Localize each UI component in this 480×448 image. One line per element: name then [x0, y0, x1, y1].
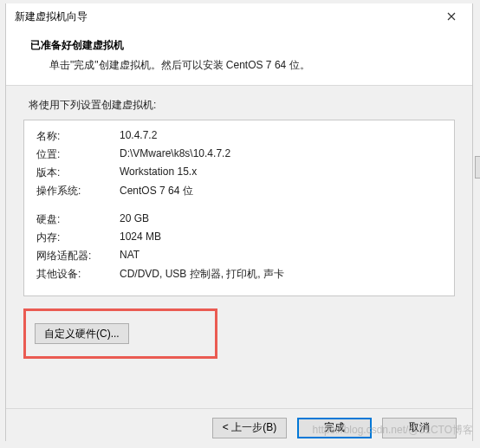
finish-label: 完成: [324, 420, 345, 435]
table-row: 操作系统:CentOS 7 64 位: [36, 184, 442, 198]
row-key: 其他设备:: [36, 267, 120, 282]
table-row: 名称:10.4.7.2: [36, 129, 442, 144]
row-val: Workstation 15.x: [120, 166, 197, 180]
summary-box: 名称:10.4.7.2 位置:D:\VMware\k8s\10.4.7.2 版本…: [23, 120, 455, 296]
back-label: < 上一步(B): [223, 420, 276, 435]
body-area: 将使用下列设置创建虚拟机: 名称:10.4.7.2 位置:D:\VMware\k…: [6, 86, 472, 408]
row-val: CentOS 7 64 位: [120, 184, 193, 198]
row-val: 1024 MB: [120, 230, 161, 245]
footer: < 上一步(B) 完成 取消: [6, 408, 472, 446]
row-key: 位置:: [36, 147, 120, 162]
row-val: D:\VMware\k8s\10.4.7.2: [120, 147, 230, 162]
row-key: 版本:: [36, 166, 120, 180]
row-key: 内存:: [36, 230, 120, 245]
back-button[interactable]: < 上一步(B): [212, 418, 287, 438]
titlebar: 新建虚拟机向导: [6, 3, 472, 29]
close-icon: [447, 12, 456, 21]
highlight-annotation: 自定义硬件(C)...: [23, 308, 217, 359]
edge-clipped-button[interactable]: [475, 156, 480, 179]
table-row: 位置:D:\VMware\k8s\10.4.7.2: [36, 147, 442, 162]
close-button[interactable]: [432, 4, 470, 29]
header-subtitle: 单击"完成"创建虚拟机。然后可以安装 CentOS 7 64 位。: [20, 58, 458, 73]
header-area: 已准备好创建虚拟机 单击"完成"创建虚拟机。然后可以安装 CentOS 7 64…: [6, 29, 472, 86]
row-key: 网络适配器:: [36, 249, 120, 263]
wizard-dialog: 新建虚拟机向导 已准备好创建虚拟机 单击"完成"创建虚拟机。然后可以安装 Cen…: [5, 3, 473, 441]
row-val: CD/DVD, USB 控制器, 打印机, 声卡: [120, 267, 284, 282]
cancel-label: 取消: [409, 420, 430, 435]
row-key: 硬盘:: [36, 212, 120, 227]
header-title: 已准备好创建虚拟机: [20, 38, 458, 53]
settings-label: 将使用下列设置创建虚拟机:: [29, 98, 455, 113]
table-row: 其他设备:CD/DVD, USB 控制器, 打印机, 声卡: [36, 267, 442, 282]
customize-hardware-label: 自定义硬件(C)...: [44, 327, 120, 341]
row-key: 操作系统:: [36, 184, 120, 198]
window-title: 新建虚拟机向导: [15, 10, 88, 24]
finish-button[interactable]: 完成: [297, 418, 372, 438]
table-row: 版本:Workstation 15.x: [36, 166, 442, 180]
row-key: 名称:: [36, 129, 120, 144]
table-row: 网络适配器:NAT: [36, 249, 442, 263]
customize-hardware-button[interactable]: 自定义硬件(C)...: [35, 323, 129, 344]
row-val: NAT: [120, 249, 139, 263]
table-row: 硬盘:20 GB: [36, 212, 442, 227]
cancel-button[interactable]: 取消: [382, 418, 457, 438]
row-val: 20 GB: [120, 212, 149, 227]
row-val: 10.4.7.2: [120, 129, 157, 144]
table-row: 内存:1024 MB: [36, 230, 442, 245]
